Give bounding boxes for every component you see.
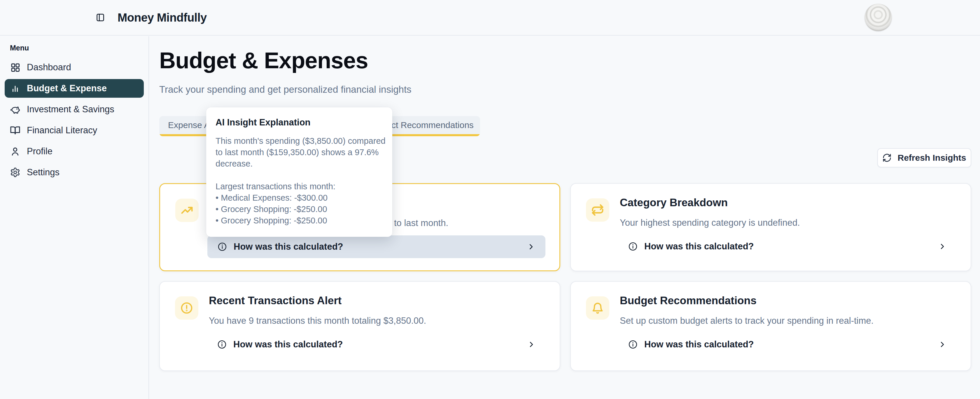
icon-tile: [175, 199, 199, 222]
card-body: Set up custom budget alerts to track you…: [620, 316, 873, 326]
page: Money Mindfully Menu Dashboard Budget & …: [0, 0, 980, 399]
how-calculated-label: How was this calculated?: [234, 242, 343, 252]
refresh-insights-label: Refresh Insights: [897, 153, 966, 163]
sidebar-item-label: Dashboard: [27, 62, 71, 73]
chevron-right-icon: [527, 340, 536, 349]
sidebar-item-investment-savings[interactable]: Investment & Savings: [5, 100, 144, 119]
piggy-bank-icon: [10, 104, 21, 114]
page-subtitle: Track your spending and get personalized…: [159, 84, 412, 95]
dashboard-icon: [10, 62, 21, 73]
sidebar-item-financial-literacy[interactable]: Financial Literacy: [5, 121, 144, 140]
tooltip-title: AI Insight Explanation: [216, 117, 383, 128]
sidebar-toggle-icon[interactable]: [95, 13, 105, 22]
page-title: Budget & Expenses: [159, 47, 368, 74]
how-calculated-label: How was this calculated?: [644, 339, 754, 350]
chevron-right-icon: [527, 242, 536, 251]
chevron-right-icon: [938, 340, 947, 349]
info-icon: [628, 340, 638, 350]
how-calculated-row[interactable]: How was this calculated?: [618, 333, 957, 356]
how-calculated-row[interactable]: How was this calculated?: [207, 235, 546, 258]
sidebar-item-label: Profile: [27, 146, 52, 157]
refresh-icon: [882, 153, 892, 162]
info-icon: [217, 242, 227, 252]
card-body-fragment: to last month.: [394, 218, 448, 228]
sidebar-menu-label: Menu: [10, 44, 144, 52]
refresh-insights-button[interactable]: Refresh Insights: [877, 148, 971, 167]
card-recent-transactions-alert: Recent Transactions Alert You have 9 tra…: [159, 281, 560, 371]
card-budget-recommendations: Budget Recommendations Set up custom bud…: [570, 281, 971, 371]
tooltip-paragraph-1: This month's spending ($3,850.00) compar…: [216, 135, 383, 170]
user-avatar[interactable]: [864, 4, 892, 31]
ai-insight-tooltip: AI Insight Explanation This month's spen…: [206, 107, 392, 237]
sidebar-item-label: Settings: [27, 167, 59, 178]
card-body: Your highest spending category is undefi…: [620, 218, 800, 228]
card-category-breakdown: Category Breakdown Your highest spending…: [570, 183, 971, 271]
sidebar-item-label: Investment & Savings: [27, 104, 115, 114]
sidebar-item-budget-expense[interactable]: Budget & Expense: [5, 79, 144, 98]
user-icon: [10, 146, 21, 157]
card-title: Budget Recommendations: [620, 294, 757, 307]
app-title: Money Mindfully: [118, 11, 207, 24]
sidebar-item-label: Budget & Expense: [27, 83, 107, 94]
info-icon: [217, 340, 227, 350]
info-icon: [628, 242, 638, 251]
icon-tile: [175, 296, 198, 320]
how-calculated-label: How was this calculated?: [644, 241, 754, 252]
card-title: Recent Transactions Alert: [209, 294, 342, 307]
card-body: You have 9 transactions this month total…: [209, 316, 426, 326]
trending-up-icon: [180, 203, 194, 217]
how-calculated-row[interactable]: How was this calculated?: [207, 333, 546, 356]
book-open-icon: [10, 125, 21, 136]
sidebar-item-settings[interactable]: Settings: [5, 163, 144, 182]
repeat-icon: [591, 203, 605, 217]
top-header: Money Mindfully: [0, 0, 980, 36]
how-calculated-row[interactable]: How was this calculated?: [618, 235, 957, 258]
sidebar-item-dashboard[interactable]: Dashboard: [5, 58, 144, 77]
card-title: Category Breakdown: [620, 197, 728, 209]
gear-icon: [10, 167, 21, 178]
how-calculated-label: How was this calculated?: [233, 339, 343, 350]
sidebar: Menu Dashboard Budget & Expense Investme…: [0, 36, 149, 399]
sidebar-item-label: Financial Literacy: [27, 125, 97, 136]
sidebar-item-profile[interactable]: Profile: [5, 142, 144, 161]
alert-circle-icon: [180, 301, 193, 315]
bell-icon: [591, 301, 605, 315]
tooltip-paragraph-2: Largest transactions this month: • Medic…: [216, 181, 383, 226]
sidebar-nav: Dashboard Budget & Expense Investment & …: [5, 58, 144, 182]
chevron-right-icon: [938, 242, 947, 251]
icon-tile: [586, 296, 609, 320]
icon-tile: [586, 198, 609, 222]
bar-chart-icon: [10, 83, 21, 94]
